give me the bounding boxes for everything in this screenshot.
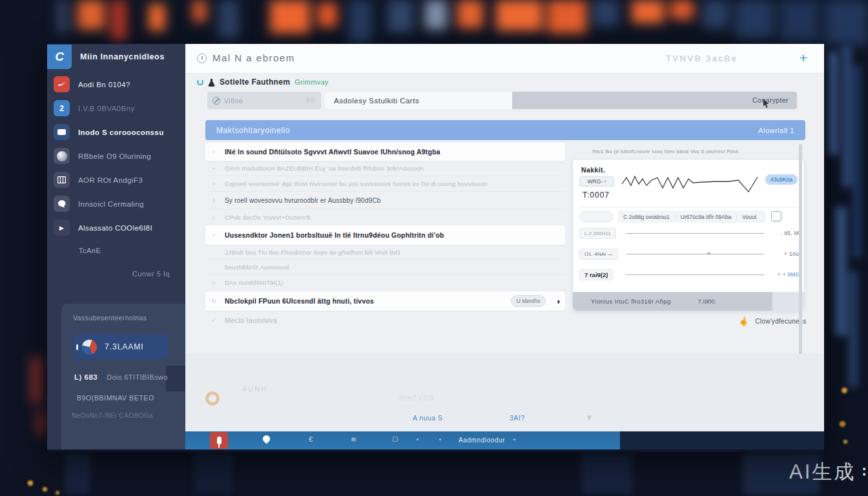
sidebar-item-5[interactable]: Innsoicl Cermaling — [47, 192, 185, 216]
sidebar-item-3[interactable]: RBbele O9 Olurining — [47, 144, 185, 168]
banner-left-text: Maktsohltaryoinelio — [216, 126, 290, 135]
ghost-title: AUNH — [242, 385, 267, 393]
panel-checkbox[interactable] — [771, 211, 781, 222]
list-item-text: Mecla Iausvwva — [225, 316, 561, 324]
list-item[interactable]: ○ CPub decOs 'IAvvvI+Ovzero'b — [205, 209, 565, 225]
info-banner[interactable]: Maktsohltaryoinelio Alowrlall 1 — [205, 120, 805, 140]
slider-label-2[interactable]: 7 rai9(2) — [579, 269, 613, 280]
panel-footer-right: 7.i9ñ0. — [698, 298, 717, 305]
search-box[interactable]: BB — [207, 92, 321, 109]
list-item[interactable]: 1 Sy roell wovesovvu hvruroodblr er Auss… — [205, 192, 565, 209]
panel-footer-bar[interactable]: Yionius IrtuC fho316r Añpg 7.i9ñ0. — [573, 292, 773, 311]
list-item[interactable]: ○ INé In sound Dñtülsoto Sgvvvt Añwvtl S… — [205, 143, 565, 161]
app-header: Mal N a ebroem TVNVB 3acBe + — [185, 44, 824, 74]
footer-row-left: L) 683 — [74, 373, 98, 381]
footer-link-2[interactable]: 3AI? — [510, 414, 525, 422]
list-item[interactable]: ↻ Nbclokpil FPuun 6Ulcesndl ättg hnuti, … — [205, 291, 565, 311]
slider-value-0: . It5, M — [781, 230, 799, 236]
slider-label-0[interactable]: L.2 200H11 — [579, 228, 616, 239]
footer-link-1[interactable]: A nuua S — [413, 414, 443, 422]
item-list: ○ INé In sound Dñtülsoto Sgvvvt Añwvtl S… — [205, 143, 565, 330]
crescent-pin-icon[interactable]: ◗ — [556, 297, 561, 305]
list-item[interactable]: ✓ Mecla Iausvwva — [205, 311, 565, 330]
segment-option-2[interactable]: Vouut — [737, 214, 761, 220]
record-button[interactable] — [210, 432, 228, 449]
slider-handle[interactable] — [707, 253, 710, 254]
slider-track[interactable] — [626, 254, 764, 254]
sidebar-item-label: RBbele O9 Olurining — [78, 152, 151, 160]
sidebar-item-2[interactable]: Inodo S coroooconssu — [47, 120, 185, 144]
taskbar: € ≋ ▢ Aadmndioodur — [185, 431, 824, 450]
add-button[interactable]: + — [800, 50, 807, 66]
window-bottom-edge — [47, 450, 824, 452]
row-toggle[interactable]: U Idenths — [511, 295, 546, 307]
list-item[interactable]: ○ DAs nuodd9NIT9I(1) — [205, 274, 565, 291]
sidebar-item-6[interactable]: ▶ Alsassato COOle6I8I — [47, 216, 185, 240]
filter-slash-icon — [212, 97, 220, 105]
spark-badge[interactable]: 43u9Köa — [765, 174, 798, 185]
slider-value-1: + 1öu — [784, 251, 799, 257]
sidebar-item-0[interactable]: Aodi Bn 0104? — [47, 72, 185, 96]
vertical-scrollbar[interactable] — [799, 144, 802, 360]
sidebar-lower-panel: Vassubesenteernolnas 7.3LAAMI L) 683 Doi… — [61, 304, 185, 450]
app-logo-icon[interactable]: C — [47, 45, 72, 69]
square-icon[interactable]: ▢ — [392, 435, 398, 442]
circle-icon: ○ — [209, 280, 218, 286]
list-item[interactable]: ≈ Copuvé voontomvé dqu Itlovt hiviruvoor… — [205, 176, 565, 192]
toolbar-title-row: Sotielte Fauthnem Grimmvay — [197, 77, 329, 87]
toggle-label: U Idenths — [517, 298, 540, 304]
clear-preferences-link[interactable]: ☝ Clow'ydfecuness — [738, 316, 806, 326]
slider-track[interactable] — [626, 274, 764, 275]
number-2-icon: 2 — [54, 100, 70, 116]
sidebar-item-4[interactable]: AOR ROt AndgiF3 — [47, 168, 185, 192]
lock-icon: ○ — [209, 149, 218, 155]
list-item-text: Nbclokpil FPuun 6Ulcesndl ättg hnuti, ti… — [225, 297, 504, 305]
glow-dot — [43, 487, 47, 491]
refresh-icon[interactable] — [197, 79, 203, 85]
account-card[interactable]: 7.3LAAMI — [73, 335, 169, 359]
segment-option-1[interactable]: Ur67üc9a Itñr 09Aba — [676, 214, 737, 220]
list-item-text: Ginm maduiboton BAZEUBBIH Euy 'oa tioerd… — [225, 165, 561, 172]
euro-icon[interactable]: € — [309, 435, 313, 443]
market-button[interactable]: WRG- › — [579, 176, 614, 187]
glow-dot — [840, 421, 845, 427]
tab-active[interactable]: Asdolesy Sstulkiti Carts — [325, 92, 512, 109]
banner-right-text: Alowrlall 1 — [758, 127, 794, 134]
sidebar-footer-row-1[interactable]: L) 683 Dois 6TITIBIBswo — [74, 373, 168, 381]
glow-dot — [842, 388, 847, 393]
glow-dot — [28, 480, 33, 486]
sidebar-text-label: TcAnE — [79, 247, 101, 254]
waves-icon[interactable]: ≋ — [351, 435, 356, 444]
taskbar-dot — [439, 439, 441, 440]
sidebar-footer-row-2[interactable]: B9O(BBIMNAV BETEO — [77, 394, 154, 402]
account-logo-icon — [82, 340, 97, 355]
page-title: Mal N a ebroem — [212, 52, 295, 63]
location-pin-icon[interactable] — [262, 434, 272, 444]
grid-icon — [54, 172, 70, 188]
flask-icon — [208, 78, 215, 87]
sidebar-item-1[interactable]: 2 I.V.B 0BVA0Bny — [47, 96, 185, 120]
list-item[interactable]: ≈ Ginm maduiboton BAZEUBBIH Euy 'oa tioe… — [205, 161, 565, 176]
sidebar-item-label: Innsoicl Cermaling — [78, 200, 144, 208]
segment-option-0[interactable]: C 2o9ttg ovostrou1 — [618, 214, 676, 220]
panel-faint-button[interactable] — [579, 211, 613, 222]
toolbar-title-accent: Grimmvay — [294, 78, 329, 86]
list-item[interactable]: ○ Uusesndktor Jonen1 borbsltuuë In tlé I… — [205, 225, 565, 245]
taskbar-app-label[interactable]: Aadmndioodur — [459, 437, 505, 444]
list-item-text: CPub decOs 'IAvvvI+Ovzero'b — [225, 214, 561, 221]
dot-icon: · — [209, 264, 218, 270]
search-input[interactable] — [224, 97, 302, 105]
sidebar-item-label: Alsassato COOle6I8I — [78, 224, 152, 232]
one-icon: 1 — [209, 197, 218, 203]
list-item[interactable]: · beusNbbnlz Auouuuud — [205, 260, 565, 274]
list-item[interactable]: · JJ9Iolr buu Tlu Iluu Fhoubonor öuyu äu… — [205, 245, 565, 260]
list-item-text: Copuvé voontomvé dqu Itlovt hiviruvoor b… — [225, 180, 561, 187]
market-label: Nakkit. — [581, 166, 605, 174]
chat-icon — [54, 196, 70, 212]
sidebar-footer-row-3[interactable]: NeOoNo7-l9Er CAOBOGa — [72, 412, 153, 419]
tab-right[interactable]: Conarypter — [752, 96, 789, 104]
panel-divider — [579, 207, 798, 207]
slider-track[interactable] — [626, 233, 764, 234]
slider-label-1[interactable]: O1 -4NAI — — [579, 249, 618, 260]
taskbar-dot — [513, 439, 515, 440]
